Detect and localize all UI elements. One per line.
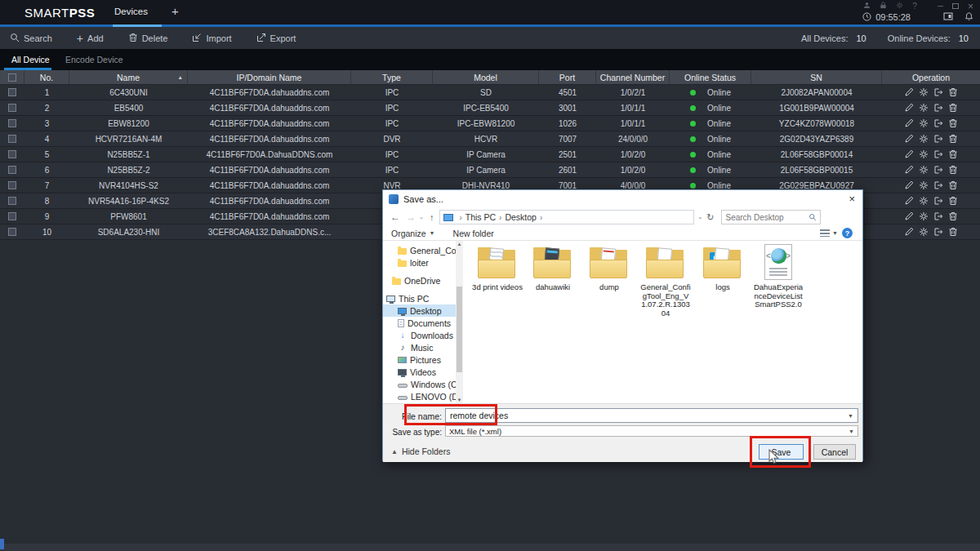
tab-devices[interactable]: Devices [114,7,148,16]
table-row[interactable]: 3EBW812004C11BF6F7D0A.dahuaddns.comIPCIP… [0,116,980,131]
new-tab-button[interactable]: + [172,4,179,18]
export-icon[interactable] [933,134,943,144]
export-icon[interactable] [933,180,943,190]
edit-icon[interactable] [904,211,914,221]
gear-icon[interactable] [896,2,903,11]
col-header-port[interactable]: Port [539,70,596,84]
export-icon[interactable] [933,227,943,237]
scrollbar-thumb[interactable] [457,287,462,372]
scrollbar-up-icon[interactable]: ▲ [456,242,463,247]
edit-icon[interactable] [904,180,914,190]
sidebar-item-windows-c[interactable]: Windows (C:) [383,378,456,390]
settings-icon[interactable] [919,103,929,113]
edit-icon[interactable] [904,196,914,206]
restore-icon[interactable] [952,3,959,9]
minimize-icon[interactable]: ─ [938,2,943,11]
new-folder-button[interactable]: New folder [453,229,494,238]
row-checkbox[interactable] [8,88,16,96]
col-header-status[interactable]: Online Status [670,70,751,84]
settings-icon[interactable] [919,87,929,97]
file-name-input[interactable]: remote devices ▼ [445,408,858,423]
table-row[interactable]: 6N25BB5Z-24C11BF6F7D0A.dahuaddns.comIPCI… [0,162,980,178]
col-header-no[interactable]: No. [24,70,69,84]
export-icon[interactable] [933,103,943,113]
sidebar-item-loiter[interactable]: loiter [383,256,456,269]
table-row[interactable]: 16C430UNI4C11BF6F7D0A.dahuaddns.comIPCSD… [0,85,980,100]
row-checkbox[interactable] [8,228,16,236]
settings-icon[interactable] [919,211,929,221]
export-icon[interactable] [933,211,943,221]
settings-icon[interactable] [919,180,929,190]
sidebar-item-downloads[interactable]: ↓Downloads [383,329,456,341]
select-all-checkbox[interactable] [8,73,16,82]
col-header-channel[interactable]: Channel Number [596,70,670,84]
edit-icon[interactable] [904,103,914,113]
table-row[interactable]: 2EB54004C11BF6F7D0A.dahuaddns.comIPCIPC-… [0,100,980,116]
delete-icon[interactable] [948,134,958,144]
col-header-name[interactable]: Name ▲ [69,70,188,84]
sidebar-item-pictures[interactable]: Pictures [383,353,456,366]
breadcrumb-this-pc[interactable]: This PC [466,212,496,222]
delete-icon[interactable] [948,103,958,113]
row-checkbox[interactable] [8,212,16,220]
bell-icon[interactable] [964,11,973,23]
refresh-icon[interactable]: ↻ [706,212,714,223]
back-icon[interactable]: ← [390,211,400,223]
delete-icon[interactable] [948,149,958,159]
dialog-close-icon[interactable]: × [849,193,855,205]
settings-icon[interactable] [919,227,929,237]
file-item[interactable]: dump [583,244,635,280]
up-icon[interactable]: ↑ [430,212,434,222]
dialog-titlebar[interactable]: Save as... × [383,190,862,208]
settings-icon[interactable] [919,118,929,128]
scrollbar-down-icon[interactable]: ▼ [456,398,463,402]
col-header-ip[interactable]: IP/Domain Name [188,70,351,84]
col-header-operation[interactable]: Operation [882,70,980,84]
file-item[interactable]: General_ConfigTool_Eng_V1.07.2.R.130304 [639,244,692,280]
file-name-chevron-icon[interactable]: ▼ [848,413,853,419]
import-button[interactable]: Import [192,33,231,44]
edit-icon[interactable] [904,87,914,97]
row-checkbox[interactable] [8,150,16,158]
close-icon[interactable]: × [968,1,973,12]
row-checkbox[interactable] [8,166,16,174]
edit-icon[interactable] [904,134,914,144]
delete-icon[interactable] [948,196,958,206]
search-desktop-input[interactable]: Search Desktop [721,210,821,224]
export-icon[interactable] [933,165,943,175]
breadcrumb[interactable]: › This PC › Desktop › [439,210,694,224]
row-checkbox[interactable] [8,181,16,189]
delete-icon[interactable] [948,165,958,175]
tab-all-device[interactable]: All Device [11,55,50,64]
delete-button[interactable]: Delete [128,33,168,44]
col-header-type[interactable]: Type [351,70,433,84]
row-checkbox[interactable] [8,104,16,112]
settings-icon[interactable] [919,134,929,144]
export-button[interactable]: Export [256,33,296,44]
file-item[interactable]: epdflogs [697,244,749,280]
export-icon[interactable] [933,149,943,159]
col-header-sn[interactable]: SN [751,70,882,84]
organize-button[interactable]: Organize ▼ [391,229,435,238]
table-row[interactable]: 4HCVR7216AN-4M4C11BF6F7D0A.dahuaddns.com… [0,131,980,147]
delete-icon[interactable] [948,211,958,221]
help-icon[interactable]: ? [912,2,917,11]
edit-icon[interactable] [904,165,914,175]
settings-icon[interactable] [919,196,929,206]
sidebar-item-documents[interactable]: Documents [383,317,456,329]
address-chevron-icon[interactable]: ⌄ [697,214,702,220]
history-chevron-icon[interactable]: ⌄ [419,214,424,220]
view-options-button[interactable]: ▼ [820,229,838,237]
sidebar-item-videos[interactable]: Videos [383,366,456,378]
export-icon[interactable] [933,87,943,97]
col-header-model[interactable]: Model [433,70,539,84]
settings-icon[interactable] [919,149,929,159]
cancel-button[interactable]: Cancel [813,444,856,460]
edit-icon[interactable] [904,227,914,237]
breadcrumb-desktop[interactable]: Desktop [505,212,537,222]
settings-icon[interactable] [919,165,929,175]
table-row[interactable]: 5N25BB5Z-14C11BF6F7D0A.DahuaDDNS.comIPCI… [0,147,980,162]
user-icon[interactable] [863,2,871,11]
sort-asc-icon[interactable]: ▲ [178,74,183,80]
row-checkbox[interactable] [8,197,16,205]
